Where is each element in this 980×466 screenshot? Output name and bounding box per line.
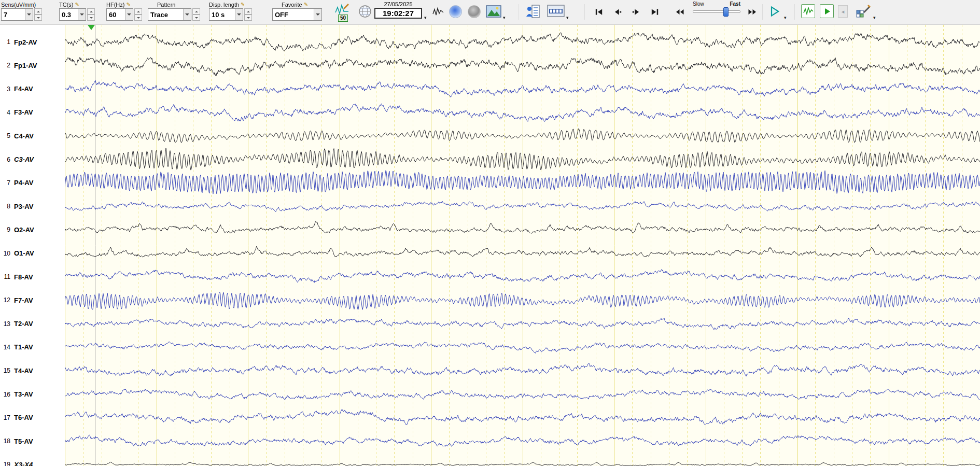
- pencil-icon[interactable]: ✎: [304, 2, 308, 7]
- favorite-label: Favorite: [282, 2, 302, 8]
- sens-combobox[interactable]: 7: [1, 8, 33, 21]
- skip-start-icon: [594, 7, 604, 17]
- disp-length-combobox[interactable]: 10 s: [209, 8, 243, 21]
- channel-number: 9: [0, 226, 10, 233]
- channel-row-F3-AV[interactable]: 4F3-AV: [0, 108, 65, 117]
- channel-number: 19: [0, 461, 10, 466]
- photo-icon: [486, 5, 501, 18]
- fast-label: Fast: [730, 1, 740, 7]
- pencil-icon[interactable]: ✎: [75, 2, 79, 7]
- tc-dropdown-arrow-icon[interactable]: [78, 9, 86, 20]
- channel-label: T2-AV: [14, 320, 33, 328]
- datetime-dropdown-icon[interactable]: ▾: [424, 16, 427, 20]
- pencil-icon[interactable]: ✎: [241, 2, 245, 7]
- channel-row-T5-AV[interactable]: 18T5-AV: [0, 436, 65, 446]
- channel-number: 5: [0, 132, 10, 139]
- position-marker[interactable]: [88, 25, 95, 30]
- hf-field: HF(Hz)✎ 60: [106, 1, 142, 21]
- disp-length-dropdown-arrow-icon[interactable]: [235, 9, 243, 20]
- tools-dropdown-icon[interactable]: ▾: [873, 16, 876, 20]
- play-dropdown-icon[interactable]: ▾: [784, 16, 787, 20]
- tc-spinner[interactable]: [87, 8, 95, 21]
- channel-label: Fp1-AV: [14, 62, 37, 69]
- channel-row-Fp2-AV[interactable]: 1Fp2-AV: [0, 37, 65, 47]
- channel-row-T2-AV[interactable]: 13T2-AV: [0, 319, 65, 329]
- channel-number: 3: [0, 86, 10, 93]
- sens-dropdown-arrow-icon[interactable]: [25, 9, 33, 20]
- toolbar-separator: [794, 4, 795, 20]
- channel-number: 10: [0, 250, 10, 257]
- hf-value: 60: [107, 11, 125, 19]
- analysis-trace-button[interactable]: [801, 4, 815, 18]
- tc-combobox[interactable]: 0.3: [59, 8, 86, 21]
- channel-row-P3-AV[interactable]: 8P3-AV: [0, 202, 65, 211]
- brain-map-button[interactable]: [448, 4, 463, 19]
- hf-label: HF(Hz): [106, 2, 124, 8]
- notch-50hz-badge[interactable]: 50: [338, 15, 348, 22]
- skip-to-start-button[interactable]: [591, 4, 607, 20]
- play-button[interactable]: [766, 3, 783, 20]
- channel-row-O1-AV[interactable]: 10O1-AV: [0, 249, 65, 258]
- media-button[interactable]: [485, 4, 502, 19]
- patient-info-button[interactable]: [525, 3, 541, 20]
- sens-spinner[interactable]: [34, 8, 42, 21]
- channel-row-T6-AV[interactable]: 17T6-AV: [0, 413, 65, 422]
- green-trace-icon: [803, 7, 814, 16]
- step-forward-button[interactable]: [628, 4, 644, 20]
- montage-globe-button[interactable]: [358, 4, 372, 19]
- tools-icon: [856, 4, 871, 19]
- channel-label: O2-AV: [14, 226, 34, 234]
- channel-row-O2-AV[interactable]: 9O2-AV: [0, 225, 65, 234]
- channel-label: Fp2-AV: [14, 38, 37, 46]
- fast-forward-button[interactable]: [745, 4, 760, 20]
- tc-label: TC(s): [59, 2, 74, 8]
- toolbar-separator: [519, 4, 519, 20]
- channel-row-P4-AV[interactable]: 7P4-AV: [0, 178, 65, 188]
- pencil-icon[interactable]: ✎: [126, 2, 130, 7]
- pattern-spinner[interactable]: [192, 8, 200, 21]
- skip-to-end-button[interactable]: [647, 4, 663, 20]
- eeg-trace-canvas[interactable]: [65, 25, 980, 466]
- video-dropdown-icon[interactable]: ▾: [566, 16, 569, 20]
- speed-slider-handle[interactable]: [723, 7, 729, 17]
- channel-row-C4-AV[interactable]: 5C4-AV: [0, 131, 65, 140]
- step-back-button[interactable]: [610, 4, 625, 20]
- head-model-button[interactable]: [467, 4, 481, 19]
- channel-number: 1: [0, 38, 10, 46]
- channel-row-T1-AV[interactable]: 14T1-AV: [0, 343, 65, 352]
- pattern-value: Trace: [148, 11, 183, 19]
- channel-label: F3-AV: [14, 108, 33, 116]
- video-button[interactable]: [547, 4, 565, 19]
- channel-row-Fp1-AV[interactable]: 2Fp1-AV: [0, 61, 65, 70]
- pattern-dropdown-arrow-icon[interactable]: [183, 9, 191, 20]
- channel-label: P4-AV: [14, 179, 33, 187]
- channel-row-C3-AV[interactable]: 6C3-AV: [0, 155, 65, 164]
- channel-row-T4-AV[interactable]: 15T4-AV: [0, 366, 65, 375]
- channel-number: 14: [0, 344, 10, 351]
- favorite-combobox[interactable]: OFF: [272, 8, 322, 21]
- channel-row-F8-AV[interactable]: 11F8-AV: [0, 272, 65, 281]
- green-play-icon: [823, 7, 831, 16]
- start-analysis-button[interactable]: [820, 4, 834, 18]
- datetime-display: 27/05/2025 19:02:27: [374, 1, 422, 19]
- channel-row-F7-AV[interactable]: 12F7-AV: [0, 295, 65, 305]
- media-dropdown-icon[interactable]: ▾: [503, 16, 506, 20]
- hf-dropdown-arrow-icon[interactable]: [125, 9, 133, 20]
- toolbar-separator: [762, 4, 763, 20]
- hf-spinner[interactable]: [134, 8, 142, 21]
- pattern-combobox[interactable]: Trace: [148, 8, 191, 21]
- channel-row-X3-X4[interactable]: 19X3-X4: [0, 460, 65, 466]
- rewind-button[interactable]: [672, 4, 688, 20]
- channel-number: 7: [0, 179, 10, 187]
- channel-row-F4-AV[interactable]: 3F4-AV: [0, 84, 65, 94]
- hf-combobox[interactable]: 60: [106, 8, 133, 21]
- history-back-button[interactable]: ◂: [838, 5, 848, 18]
- speed-slider-track[interactable]: [693, 10, 740, 13]
- channel-label: T1-AV: [14, 343, 33, 351]
- disp-length-spinner[interactable]: [244, 8, 252, 21]
- tools-button[interactable]: [855, 3, 872, 20]
- mini-trace-button[interactable]: [431, 5, 445, 19]
- time-display[interactable]: 19:02:27: [374, 8, 422, 19]
- channel-row-T3-AV[interactable]: 16T3-AV: [0, 390, 65, 399]
- favorite-dropdown-arrow-icon[interactable]: [314, 9, 321, 20]
